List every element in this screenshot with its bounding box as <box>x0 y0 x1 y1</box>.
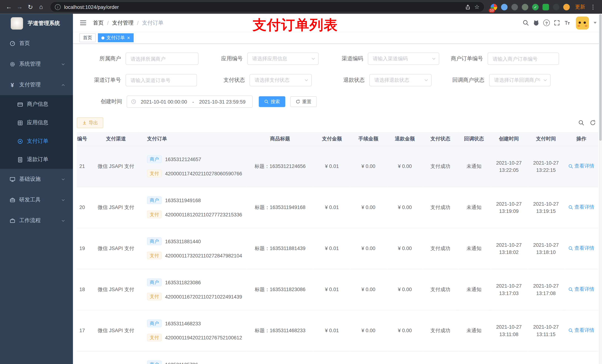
sidebar-item-payment[interactable]: ¥ 支付管理 <box>0 74 73 95</box>
goods-title <box>247 351 314 364</box>
range-separator: - <box>192 99 195 104</box>
refund-amount: ¥ 0.00 <box>387 146 423 187</box>
site-info-icon[interactable]: i <box>55 4 61 10</box>
logo-avatar <box>11 17 23 29</box>
search-toggle-icon[interactable] <box>578 120 584 126</box>
github-icon[interactable] <box>533 20 539 26</box>
order-id: 18 <box>77 269 93 310</box>
merchant-order-no-input[interactable] <box>488 52 559 65</box>
app-no-select[interactable]: 请选择应用信息 <box>247 52 319 65</box>
search-button[interactable]: 搜索 <box>259 96 285 107</box>
merchant-order-no: 1635311468233 <box>165 321 201 326</box>
channel-code-select[interactable]: 请输入渠道编码 <box>368 52 439 65</box>
extension-icon[interactable]: 10 <box>491 4 497 10</box>
extension-badge: 10 <box>489 8 495 13</box>
channel-pay-line: 支付 4200001167202110271022491439 <box>147 293 246 300</box>
chevron-up-icon <box>61 83 65 87</box>
bookmark-star-icon[interactable]: ☆ <box>474 3 480 10</box>
callback-status-select[interactable]: 请选择订单回调商户状态 <box>489 74 550 86</box>
export-button[interactable]: 导出 <box>77 117 103 128</box>
refresh-icon[interactable] <box>590 120 596 126</box>
pay-amount <box>314 351 350 364</box>
pay-status: 支付成功 <box>423 187 458 228</box>
back-icon[interactable]: ← <box>4 2 14 12</box>
channel-order-no-input[interactable] <box>126 74 197 86</box>
pay-status-select[interactable]: 请选择支付状态 <box>249 74 312 86</box>
search-icon[interactable] <box>523 20 529 26</box>
extension-icon[interactable] <box>501 4 508 10</box>
sidebar-item-dev-tools[interactable]: 研发工具 <box>0 190 73 210</box>
sidebar-item-home[interactable]: 首页 <box>0 33 73 54</box>
view-detail-link[interactable]: 查看详情 <box>568 163 594 170</box>
browser-menu-icon[interactable]: ⋮ <box>588 2 598 12</box>
avatar-cheeks <box>577 25 580 27</box>
scrollbar-thumb[interactable] <box>599 14 602 141</box>
user-avatar[interactable] <box>576 16 589 29</box>
merchant-tag: 商户 <box>147 155 161 163</box>
pay-channel: 微信 JSAPI 支付 <box>93 228 139 269</box>
action-cell: 查看详情 <box>564 351 598 364</box>
home-icon[interactable]: ⌂ <box>36 2 46 12</box>
address-bar[interactable]: i localhost:1024/pay/order ☆ <box>50 1 485 12</box>
pay-status: 支付成功 <box>423 269 458 310</box>
page-content: 所属商户 应用编号 请选择应用信息 渠道编码 请输入渠道编码 商户订单编号 <box>73 44 602 364</box>
font-size-icon[interactable] <box>564 20 570 26</box>
view-detail-link[interactable]: 查看详情 <box>568 286 594 293</box>
view-detail-link[interactable]: 查看详情 <box>568 245 594 252</box>
view-detail-link[interactable]: 查看详情 <box>568 204 594 211</box>
extension-icon[interactable] <box>543 4 549 10</box>
dropdown-caret-icon[interactable] <box>593 22 597 24</box>
reload-icon[interactable]: ↻ <box>25 2 35 12</box>
refund-status-select[interactable]: 请选择退款状态 <box>369 74 431 86</box>
tab-home[interactable]: 首页 <box>79 33 96 42</box>
goods-title: 标题：1635311949168 <box>247 187 314 228</box>
document-icon <box>17 156 23 163</box>
sidebar-item-refund-order[interactable]: 退款订单 <box>0 150 73 169</box>
sidebar-item-label: 首页 <box>19 40 30 47</box>
owner-merchant-input[interactable] <box>126 52 198 65</box>
orders-table: 编号 支付渠道 支付订单 商品标题 支付金额 手续金额 退款金额 支付状态 回调… <box>77 132 598 364</box>
page-scrollbar[interactable] <box>599 14 602 364</box>
extension-icon[interactable] <box>522 4 528 10</box>
extension-icon[interactable] <box>553 4 559 10</box>
avatar-eyes <box>579 21 581 23</box>
extension-icon[interactable] <box>563 4 570 10</box>
extension-check-icon[interactable]: ✓ <box>532 4 539 10</box>
filter-row: 所属商户 应用编号 请选择应用信息 渠道编码 请输入渠道编码 商户订单编号 <box>77 52 598 65</box>
table-row: 17 微信 JSAPI 支付 商户 1635311468233 支付 42000… <box>77 310 598 351</box>
pay-channel: 微信 JSAPI 支付 <box>93 269 139 310</box>
pay-status-label: 支付状态 <box>197 77 249 83</box>
breadcrumb-pay-manage[interactable]: 支付管理 <box>112 20 133 26</box>
share-icon[interactable] <box>465 4 471 10</box>
hamburger-icon[interactable] <box>79 19 87 27</box>
forward-icon[interactable]: → <box>15 2 25 12</box>
tab-pay-order[interactable]: 支付订单× <box>98 33 133 42</box>
close-tab-icon[interactable]: × <box>127 35 130 40</box>
sidebar-item-system[interactable]: 系统管理 <box>0 54 73 74</box>
merchant-order-line: 商户 1635312124657 <box>147 155 246 163</box>
sidebar-item-workflow[interactable]: 工作流程 <box>0 210 73 231</box>
create-time-range[interactable]: 2021-10-01 00:00:00 - 2021-10-31 23:59:5… <box>127 95 252 108</box>
notify-status: 未通知 <box>458 310 490 351</box>
chevron-down-icon <box>543 78 548 83</box>
reset-button[interactable]: 重置 <box>290 96 317 107</box>
extension-icon[interactable] <box>511 4 518 10</box>
time-text: 13:22:05 <box>490 166 527 174</box>
sidebar-item-app-info[interactable]: 应用信息 <box>0 114 73 132</box>
target-icon <box>17 138 23 144</box>
date-text: 2021-10-27 <box>527 323 564 330</box>
breadcrumb-home[interactable]: 首页 <box>93 20 104 26</box>
column-header: 操作 <box>564 132 598 146</box>
view-detail-link[interactable]: 查看详情 <box>568 327 594 334</box>
merchant-order-no: 1635311881440 <box>165 239 201 244</box>
sidebar-item-pay-order[interactable]: 支付订单 <box>0 132 73 150</box>
url-text[interactable]: localhost:1024/pay/order <box>64 4 119 10</box>
sidebar-item-merchant-info[interactable]: 商户信息 <box>0 95 73 114</box>
browser-update-button[interactable]: 更新 <box>575 3 585 10</box>
fullscreen-icon[interactable] <box>554 20 560 26</box>
extensions-area: 10 ✓ <box>491 4 570 10</box>
help-icon[interactable]: ? <box>543 20 550 26</box>
sidebar-item-infrastructure[interactable]: 基础设施 <box>0 169 73 190</box>
date-text: 2021-10-27 <box>490 282 527 289</box>
pay-time-cell: 2021-10-27 13:18:10 <box>527 228 564 269</box>
